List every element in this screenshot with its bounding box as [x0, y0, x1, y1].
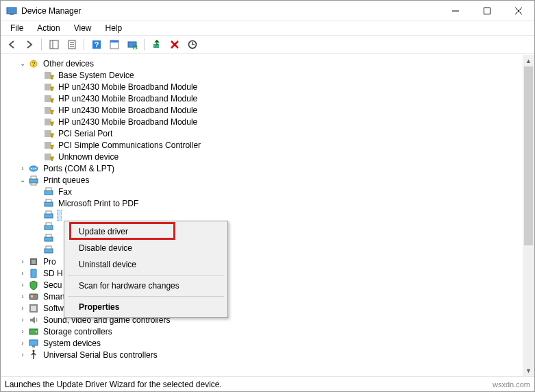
collapse-icon[interactable]: ⌄	[18, 176, 27, 184]
device-manager-icon	[6, 5, 17, 16]
expand-icon[interactable]: ›	[18, 281, 27, 289]
tree-item-fax[interactable]: Fax	[3, 186, 523, 197]
device-tree[interactable]: ⌄ ? Other devices ! Base System Device !…	[1, 55, 523, 376]
svg-text:!: !	[51, 86, 53, 91]
expand-icon[interactable]: ›	[18, 339, 27, 347]
sd-card-icon	[28, 268, 39, 279]
svg-rect-52	[46, 223, 51, 225]
tree-item-hp-broadband[interactable]: ! HP un2430 Mobile Broadband Module	[3, 104, 523, 116]
storage-icon	[28, 326, 39, 337]
tree-item-hp-broadband[interactable]: ! HP un2430 Mobile Broadband Module	[3, 81, 523, 93]
properties-button[interactable]	[64, 37, 80, 52]
help-button[interactable]: ?	[88, 37, 105, 52]
tree-label: Secu	[42, 280, 63, 290]
svg-text:?: ?	[32, 60, 35, 67]
update-driver-button[interactable]	[184, 37, 201, 52]
context-disable-device[interactable]: Disable device	[66, 240, 225, 256]
tree-item-hp-broadband[interactable]: ! HP un2430 Mobile Broadband Module	[3, 93, 523, 104]
scroll-down-button[interactable]: ▼	[523, 365, 534, 376]
smart-card-icon	[28, 291, 39, 302]
menu-view[interactable]: View	[69, 22, 97, 34]
warning-device-icon: !	[43, 70, 54, 81]
svg-rect-50	[46, 211, 51, 214]
warning-device-icon: !	[43, 82, 54, 93]
context-uninstall-device[interactable]: Uninstall device	[66, 256, 225, 273]
tree-node-storage[interactable]: › Storage controllers	[3, 326, 523, 337]
tree-item-ms-print-pdf[interactable]: Microsoft Print to PDF	[3, 197, 523, 209]
printer-icon	[43, 186, 54, 197]
window-title: Device Manager	[21, 6, 81, 16]
svg-text:!: !	[51, 110, 53, 114]
expand-icon[interactable]: ›	[18, 164, 27, 173]
software-icon	[28, 303, 39, 314]
context-scan-hardware[interactable]: Scan for hardware changes	[66, 278, 225, 294]
expand-icon[interactable]: ›	[18, 269, 27, 278]
tree-label: Unknown device	[57, 152, 120, 162]
show-hide-tree-button[interactable]	[46, 37, 62, 52]
expand-icon[interactable]: ›	[18, 293, 27, 301]
svg-rect-55	[45, 249, 53, 253]
tree-node-usb[interactable]: › Universal Serial Bus controllers	[3, 349, 523, 360]
context-properties[interactable]: Properties	[66, 299, 225, 315]
expand-icon[interactable]: ›	[18, 316, 27, 324]
tree-label: PCI Simple Communications Controller	[57, 140, 202, 150]
forward-button[interactable]	[21, 37, 38, 52]
expand-icon[interactable]: ›	[18, 258, 27, 266]
maximize-button[interactable]	[471, 1, 503, 21]
scan-hardware-button[interactable]	[124, 37, 140, 52]
svg-rect-6	[50, 40, 58, 49]
menu-help[interactable]: Help	[100, 22, 128, 34]
tree-item-unknown[interactable]: ! Unknown device	[3, 151, 523, 162]
warning-device-icon: !	[43, 93, 54, 104]
tree-label: Other devices	[42, 59, 95, 69]
context-menu: Update driver Disable device Uninstall d…	[64, 221, 228, 318]
context-update-driver[interactable]: Update driver	[66, 223, 225, 240]
tree-node-system[interactable]: › System devices	[3, 337, 523, 349]
scroll-up-button[interactable]: ▲	[523, 55, 534, 66]
minimize-button[interactable]	[440, 1, 471, 21]
close-button[interactable]	[503, 1, 534, 21]
svg-rect-66	[32, 345, 35, 347]
collapse-icon[interactable]: ⌄	[18, 60, 27, 68]
vertical-scrollbar[interactable]: ▲ ▼	[523, 55, 534, 376]
svg-rect-60	[31, 295, 33, 297]
scroll-thumb[interactable]	[524, 66, 533, 245]
expand-icon[interactable]: ›	[18, 304, 27, 313]
tree-node-print-queues[interactable]: ⌄ Print queues	[3, 174, 523, 186]
svg-point-64	[36, 331, 37, 332]
tree-item-base-system[interactable]: ! Base System Device	[3, 69, 523, 81]
svg-point-40	[33, 168, 34, 169]
svg-point-39	[31, 168, 32, 169]
svg-point-67	[33, 350, 35, 352]
printer-icon	[28, 175, 39, 186]
action-button[interactable]	[106, 37, 123, 52]
svg-text:?: ?	[95, 40, 99, 49]
svg-text:!: !	[51, 133, 53, 138]
svg-text:!: !	[51, 145, 53, 149]
tree-item-pci-simple[interactable]: ! PCI Simple Communications Controller	[3, 139, 523, 151]
status-bar: Launches the Update Driver Wizard for th…	[1, 376, 534, 391]
svg-rect-0	[7, 8, 16, 14]
svg-rect-54	[46, 234, 51, 237]
tree-item-pci-serial[interactable]: ! PCI Serial Port	[3, 127, 523, 139]
svg-rect-62	[31, 306, 36, 311]
expand-icon[interactable]: ›	[18, 328, 27, 336]
scroll-track[interactable]	[523, 66, 534, 365]
enable-device-button[interactable]	[149, 37, 165, 52]
svg-rect-46	[46, 188, 51, 191]
tree-item-selected[interactable]	[3, 209, 523, 221]
printer-icon	[43, 221, 54, 232]
warning-device-icon: !	[43, 140, 54, 151]
tree-node-ports[interactable]: › Ports (COM & LPT)	[3, 162, 523, 174]
tree-item-hp-broadband[interactable]: ! HP un2430 Mobile Broadband Module	[3, 116, 523, 127]
tree-label: Print queues	[42, 175, 90, 185]
expand-icon[interactable]: ›	[18, 351, 27, 359]
tree-node-other-devices[interactable]: ⌄ ? Other devices	[3, 58, 523, 69]
menu-file[interactable]: File	[5, 22, 29, 34]
tree-label: Fax	[57, 187, 73, 197]
svg-rect-44	[31, 183, 36, 185]
uninstall-device-button[interactable]	[166, 37, 183, 52]
back-button[interactable]	[3, 37, 20, 52]
svg-text:!: !	[51, 121, 53, 126]
menu-action[interactable]: Action	[32, 22, 65, 34]
